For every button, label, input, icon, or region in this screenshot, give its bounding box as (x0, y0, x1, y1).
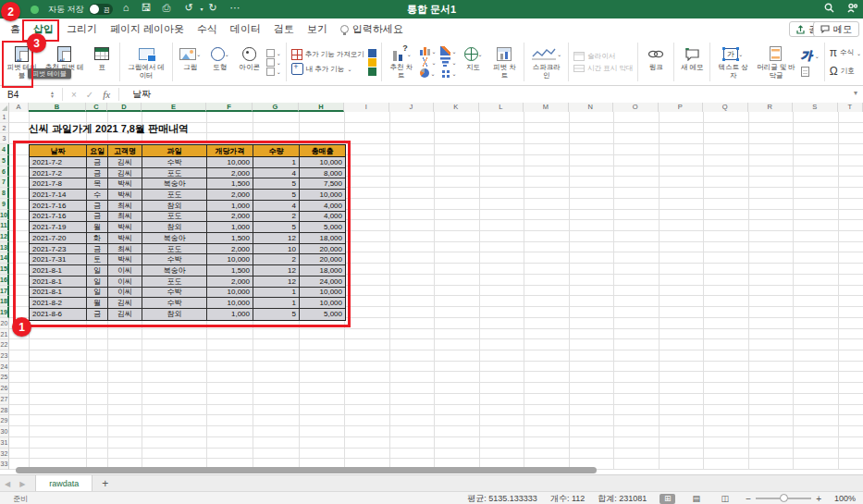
row-header-14[interactable]: 14 (0, 252, 9, 264)
stat-chart-button[interactable]: ⌄ (440, 57, 457, 67)
line-chart-button[interactable]: ⌄ (420, 57, 437, 67)
addin-shortcut-3[interactable] (368, 68, 376, 76)
sheet-nav-left-icon[interactable]: ◀ (0, 475, 15, 492)
row-header-20[interactable]: 20 (0, 318, 9, 329)
sheet-nav-right-icon[interactable]: ▶ (15, 475, 30, 492)
row-header-15[interactable]: 15 (0, 264, 9, 275)
col-header-E[interactable]: E (142, 103, 206, 112)
link-button[interactable]: 링크 (641, 42, 671, 73)
zoom-out-icon[interactable]: − (746, 494, 751, 504)
row-header-33[interactable]: 33 (0, 459, 9, 470)
pictures-button[interactable]: ⌄ 그림 (176, 42, 205, 73)
row-header-32[interactable]: 32 (0, 449, 9, 460)
object-button[interactable] (801, 67, 820, 77)
col-header-L[interactable]: L (479, 103, 524, 112)
select-all-corner[interactable] (0, 103, 9, 112)
row-header-23[interactable]: 23 (0, 350, 9, 362)
cancel-icon[interactable]: × (71, 90, 77, 100)
equation-button[interactable]: π 수식 ⌄ (830, 46, 861, 59)
new-comment-button[interactable]: 새 메모 (677, 42, 707, 73)
pivot-chart-button[interactable]: 피벗 차트 (488, 42, 522, 80)
row-header-2[interactable]: 2 (0, 123, 9, 134)
row-header-5[interactable]: 5 (0, 155, 9, 166)
insert-function-icon[interactable]: fx (103, 89, 110, 100)
row-header-16[interactable]: 16 (0, 275, 9, 286)
row-header-21[interactable]: 21 (0, 329, 9, 340)
memo-button[interactable]: 메모 (813, 21, 859, 37)
page-break-view-icon[interactable]: ◫ (717, 494, 733, 504)
col-header-J[interactable]: J (389, 103, 435, 112)
my-addins-button[interactable]: 내 추가 기능 ⌄ (291, 63, 364, 75)
zoom-track[interactable] (756, 498, 811, 499)
symbol-button[interactable]: Ω 기호 (830, 65, 861, 78)
row-header-1[interactable]: 1 (0, 112, 9, 123)
add-sheet-button[interactable]: + (92, 475, 117, 492)
col-header-K[interactable]: K (434, 103, 479, 112)
row-header-29[interactable]: 29 (0, 415, 9, 426)
tab-review[interactable]: 검토 (267, 18, 301, 40)
row-header-25[interactable]: 25 (0, 372, 9, 383)
tab-data[interactable]: 데이터 (224, 18, 267, 40)
row-header-30[interactable]: 30 (0, 426, 9, 437)
zoom-knob[interactable] (780, 494, 788, 502)
shapes-button[interactable]: ⌄ 도형 (205, 42, 235, 73)
row-header-31[interactable]: 31 (0, 437, 9, 449)
row-header-6[interactable]: 6 (0, 166, 9, 178)
maps-button[interactable]: ⌄ 지도 (459, 42, 488, 73)
col-header-M[interactable]: M (524, 103, 569, 112)
tab-formulas[interactable]: 수식 (191, 18, 224, 40)
col-header-T[interactable]: T (838, 103, 863, 112)
row-header-18[interactable]: 18 (0, 296, 9, 307)
col-header-I[interactable]: I (344, 103, 389, 112)
hierarchy-chart-button[interactable]: ⌄ (440, 46, 457, 55)
row-header-12[interactable]: 12 (0, 231, 9, 242)
smartart-button[interactable]: ⌄ (266, 58, 281, 67)
col-header-Q[interactable]: Q (703, 103, 748, 112)
col-header-S[interactable]: S (793, 103, 838, 112)
col-header-N[interactable]: N (569, 103, 614, 112)
name-box[interactable]: B4 (0, 90, 50, 100)
col-header-D[interactable]: D (107, 103, 142, 112)
tell-me-box[interactable]: 입력하세요 (334, 18, 410, 40)
col-header-A[interactable]: A (9, 103, 29, 112)
col-header-O[interactable]: O (613, 103, 659, 112)
formula-value[interactable]: 날짜 (132, 88, 151, 101)
people-icon[interactable] (845, 3, 860, 15)
row-header-19[interactable]: 19 (0, 307, 9, 318)
text-box-button[interactable]: 가 ⌄ 텍스트 상자 (713, 42, 753, 80)
column-chart-button[interactable]: ⌄ (420, 46, 437, 55)
header-footer-button[interactable]: 머리글 및 바닥글 (753, 42, 798, 80)
wordart-button[interactable]: 가⌄ (801, 48, 820, 64)
page-layout-view-icon[interactable]: ▤ (688, 494, 704, 504)
name-box-spinner[interactable]: ▲▼ (50, 91, 55, 98)
col-header-C[interactable]: C (86, 103, 107, 112)
recommended-charts-button[interactable]: ⌄ 추천 차트 (385, 42, 418, 80)
icons-button[interactable]: 아이콘 (235, 42, 265, 73)
table-button[interactable]: 표 (87, 42, 117, 73)
row-header-26[interactable]: 26 (0, 383, 9, 394)
row-header-7[interactable]: 7 (0, 177, 9, 188)
addin-shortcut-2[interactable] (368, 58, 376, 67)
sparklines-button[interactable]: ⌄ 스파크라인 (527, 42, 565, 80)
formula-bar-expand-icon[interactable]: ▾ (854, 89, 857, 97)
row-header-13[interactable]: 13 (0, 242, 9, 253)
row-header-3[interactable]: 3 (0, 133, 9, 144)
row-header-24[interactable]: 24 (0, 362, 9, 373)
row-header-28[interactable]: 28 (0, 405, 9, 416)
pie-chart-button[interactable]: ⌄ (420, 68, 437, 78)
enter-icon[interactable]: ✓ (86, 90, 93, 100)
row-header-8[interactable]: 8 (0, 188, 9, 199)
horizontal-scrollbar[interactable] (16, 467, 597, 473)
row-header-11[interactable]: 11 (0, 220, 9, 231)
col-header-H[interactable]: H (299, 103, 344, 112)
zoom-in-icon[interactable]: + (816, 494, 821, 504)
col-header-F[interactable]: F (206, 103, 253, 112)
row-header-22[interactable]: 22 (0, 339, 9, 350)
col-header-B[interactable]: B (29, 103, 86, 112)
row-header-10[interactable]: 10 (0, 210, 9, 221)
get-addins-button[interactable]: 추가 기능 가져오기 (291, 49, 364, 60)
scatter-chart-button[interactable]: ⌄ (440, 68, 457, 78)
col-header-G[interactable]: G (253, 103, 299, 112)
normal-view-icon[interactable]: ⊞ (660, 494, 675, 504)
col-header-R[interactable]: R (748, 103, 794, 112)
